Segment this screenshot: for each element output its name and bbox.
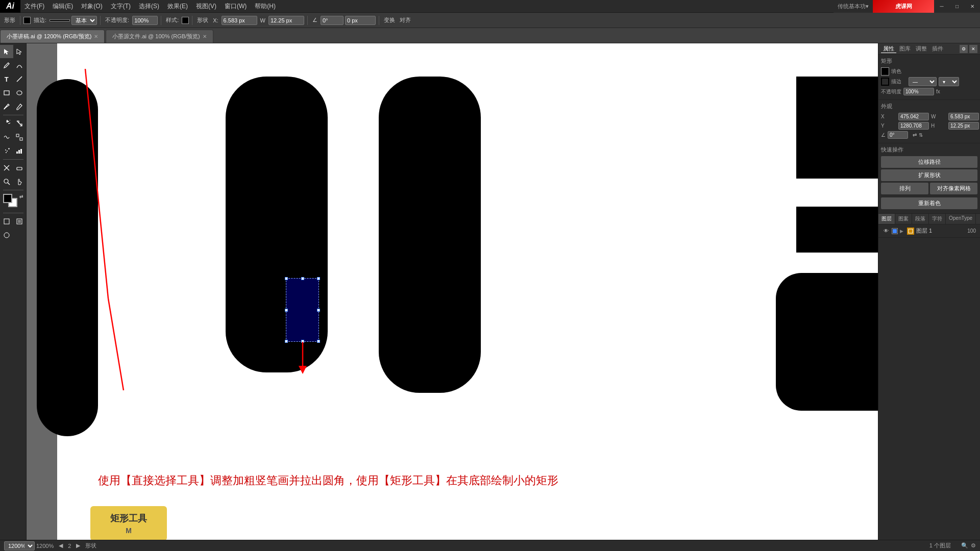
menu-object[interactable]: 对象(O) [77,0,106,12]
workspace-label[interactable]: 传统基本功▾ [834,3,873,10]
hand-tool[interactable] [13,175,27,188]
menu-help[interactable]: 帮助(H) [251,0,280,12]
x-section-input[interactable] [898,113,929,120]
pencil-tool[interactable] [13,100,27,113]
swap-colors-icon[interactable]: ⇄ [19,194,23,199]
zoom-select[interactable]: 1200% [4,541,35,550]
menu-window[interactable]: 窗口(W) [220,0,251,12]
w-input[interactable] [268,16,304,25]
draw-behind-mode[interactable] [13,215,27,228]
fx-label: fx [936,89,951,94]
warp-tool[interactable] [0,131,13,144]
handle-top-right[interactable] [317,277,320,280]
panel-settings-icon[interactable]: ⚙ [960,45,968,53]
handle-top-left[interactable] [285,277,288,280]
line-tool[interactable] [13,72,27,86]
stroke-dropdown[interactable]: 基本 [71,16,97,25]
menu-edit[interactable]: 编辑(E) [48,0,77,12]
handle-mid-right[interactable] [317,309,320,312]
flip-v-icon[interactable]: ⇅ [919,132,923,138]
character-tab[interactable]: 字符 [929,214,946,224]
layers-tab[interactable]: 图层 [878,214,895,224]
next-artboard-button[interactable]: ▶ [76,542,80,549]
angle-section-input[interactable] [888,131,908,139]
menu-view[interactable]: 视图(V) [192,0,220,12]
layer-row-1[interactable]: 👁 ▶ 图层 1 100 [880,226,978,236]
pen-tool[interactable] [0,59,13,72]
menu-file[interactable]: 文件(F) [20,0,48,12]
fill-swatch[interactable] [23,17,31,24]
column-graph-tool[interactable] [13,144,27,158]
direct-selection-tool[interactable] [13,45,27,58]
draw-normal-mode[interactable] [0,215,13,228]
opacity-section-input[interactable] [903,88,934,95]
scale-tool[interactable] [13,117,27,130]
canvas-settings-icon[interactable]: ⚙ [971,542,976,549]
eraser-tool[interactable] [13,161,27,174]
foreground-color-swatch[interactable] [3,194,12,203]
recolor-button[interactable]: 重新着色 [881,197,977,209]
arrange-button[interactable]: 排列 [881,183,928,194]
paragraph-tab[interactable]: 段落 [912,214,929,224]
stroke-select[interactable]: — [909,77,937,86]
menu-select[interactable]: 选择(S) [135,0,163,12]
close-button[interactable]: ✕ [965,0,980,13]
h-section-input[interactable] [948,122,979,130]
handle-bottom-mid[interactable] [301,340,304,343]
symbol-sprayer-tool[interactable] [0,144,13,158]
stroke-weight-select[interactable]: ▾ [939,77,959,86]
slice-tool[interactable] [0,161,13,174]
style-swatch[interactable] [182,17,189,24]
selection-tool[interactable] [0,45,13,58]
patterns-tab[interactable]: 图案 [895,214,912,224]
selected-rectangle[interactable] [286,278,319,342]
opentype-tab[interactable]: OpenType [946,214,976,224]
draw-inside-mode[interactable] [0,229,13,242]
handle-top-mid[interactable] [301,277,304,280]
zoom-in-icon[interactable]: 🔍 [961,542,968,549]
prev-artboard-button[interactable]: ◀ [59,542,63,549]
fill-color-swatch[interactable] [881,67,889,76]
menu-effect[interactable]: 效果(E) [163,0,192,12]
panel-tab-properties[interactable]: 属性 [881,45,896,53]
transform-label[interactable]: 变换 [382,16,397,24]
rectangle-tool[interactable] [0,86,13,99]
stroke-weight-input[interactable] [50,19,70,21]
expand-shape-button[interactable]: 扩展形状 [881,169,977,181]
text-tool[interactable]: T [0,72,13,86]
stroke-color-swatch[interactable] [881,78,889,86]
minimize-button[interactable]: ─ [934,0,949,13]
layer-visibility-icon[interactable]: 👁 [883,228,890,235]
y-input[interactable] [345,16,376,25]
tab-0[interactable]: 小墨讲稿.ai @ 1200% (RGB/预览) ✕ [0,30,105,43]
zoom-tool[interactable] [0,175,13,188]
maximize-button[interactable]: □ [949,0,965,13]
panel-tab-plugin[interactable]: 插件 [930,45,945,53]
tab-1-close[interactable]: ✕ [203,34,207,39]
w-section-input[interactable] [948,113,979,120]
tab-0-close[interactable]: ✕ [94,34,98,39]
layer-expand-icon[interactable]: ▶ [900,229,905,234]
ellipse-tool[interactable] [13,86,27,99]
handle-bottom-right[interactable] [317,340,320,343]
angle-input[interactable] [321,16,344,25]
align-label[interactable]: 对齐 [398,16,412,24]
menu-text[interactable]: 文字(T) [107,0,135,12]
handle-mid-left[interactable] [285,309,288,312]
y-section-input[interactable] [898,122,929,130]
align-pixel-button[interactable]: 对齐像素网格 [930,183,977,194]
x-input[interactable] [222,16,257,25]
panel-tab-library[interactable]: 图库 [897,45,913,53]
flip-h-icon[interactable]: ⇄ [913,132,917,138]
reshape-tool[interactable] [13,131,27,144]
offset-path-button[interactable]: 位移路径 [881,156,977,168]
rotate-tool[interactable] [0,117,13,130]
canvas-area[interactable]: 使用【直接选择工具】调整加粗竖笔画并拉出圆角，使用【矩形工具】在其底部绘制小的矩… [27,43,878,551]
handle-bottom-left[interactable] [285,340,288,343]
panel-tab-adjust[interactable]: 调整 [914,45,929,53]
tab-1[interactable]: 小墨源文件.ai @ 100% (RGB/预览) ✕ [106,30,213,43]
curvature-tool[interactable] [13,59,27,72]
panel-close-icon[interactable]: ✕ [969,45,977,53]
opacity-input[interactable] [132,16,158,25]
paintbrush-tool[interactable] [0,100,13,113]
